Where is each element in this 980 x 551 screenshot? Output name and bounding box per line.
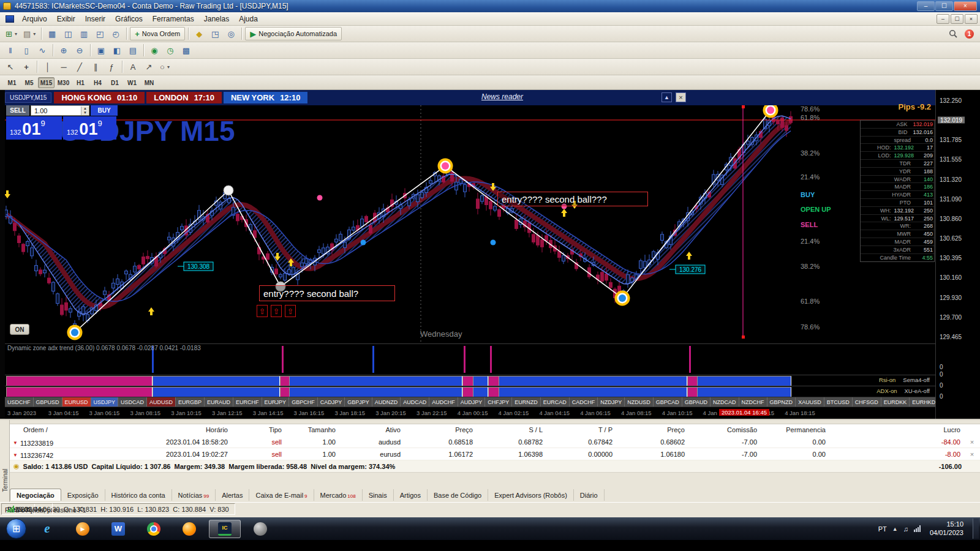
close-news-icon[interactable]: × — [676, 92, 686, 102]
chart-shift-button[interactable]: ◳ — [208, 27, 222, 40]
internet-explorer-taskbar-button[interactable]: e — [31, 520, 63, 538]
timeframe-h4[interactable]: H4 — [89, 77, 106, 88]
trendline-button[interactable]: ╱ — [72, 60, 87, 73]
timeframe-w1[interactable]: W1 — [124, 77, 140, 88]
gimp-taskbar-button[interactable] — [244, 520, 276, 538]
bar-chart-type-button[interactable]: ‖ — [3, 43, 18, 57]
show-desktop-button[interactable] — [973, 519, 979, 539]
chart-tab[interactable]: USDJPY,M15 — [5, 92, 51, 103]
timeframe-mn[interactable]: MN — [141, 77, 157, 88]
new-chart-button[interactable]: ⊞▾ — [3, 27, 20, 40]
tab-negociacao[interactable]: Negociação — [10, 489, 61, 501]
minimize-button[interactable]: – — [917, 1, 935, 11]
tab-caixa-de-e-mail[interactable]: Caixa de E-mail9 — [249, 489, 314, 501]
column-header-lucro[interactable]: Lucro — [829, 424, 964, 436]
buy-button[interactable]: BUY — [91, 105, 118, 116]
word-taskbar-button[interactable]: W — [102, 520, 134, 538]
entry-annotation[interactable]: entry???? second ball??? — [497, 192, 648, 206]
symbol-eurjpy[interactable]: EURJPY — [262, 397, 290, 407]
periods-button[interactable]: ◷ — [163, 43, 178, 57]
shapes-button[interactable]: ○▾ — [157, 60, 172, 73]
symbol-eurchf[interactable]: EURCHF — [233, 397, 262, 407]
symbol-audchf[interactable]: AUDCHF — [429, 397, 458, 407]
symbol-cadjpy[interactable]: CADJPY — [318, 397, 345, 407]
tab-expert-advisors-robos[interactable]: Expert Advisors (Robôs) — [488, 489, 574, 501]
tab-exposicao[interactable]: Exposição — [61, 489, 105, 501]
symbol-nzdjpy[interactable]: NZDJPY — [598, 397, 625, 407]
stamp-arrow-icon[interactable]: ⇧ — [285, 305, 296, 317]
column-header-s-l[interactable]: S / L — [477, 424, 546, 436]
arrange-windows-button[interactable]: ▤ — [126, 43, 140, 57]
metaeditor-button[interactable]: ◆ — [192, 27, 206, 40]
symbol-gbpnzd[interactable]: GBPNZD — [767, 397, 796, 407]
terminal-side-tab[interactable]: Terminal — [0, 420, 10, 502]
tab-noticias[interactable]: Notícias99 — [172, 489, 216, 501]
menu-ajuda[interactable]: Ajuda — [234, 13, 263, 25]
lot-size-input[interactable]: 1.00 ▲▼ — [31, 105, 89, 116]
column-header-tamanho[interactable]: Tamanho — [285, 424, 339, 436]
strategy-tester-button[interactable]: ◴ — [108, 27, 123, 40]
symbol-eurdkk[interactable]: EURDKK — [881, 397, 910, 407]
menu-inserir[interactable]: Inserir — [80, 13, 110, 25]
sell-button[interactable]: SELL — [6, 105, 29, 116]
web-terminal-button[interactable]: ◎ — [224, 27, 238, 40]
mdi-minimize-button[interactable]: – — [937, 14, 949, 24]
volume-icon[interactable]: ♫ — [903, 525, 908, 533]
chrome-taskbar-button[interactable] — [138, 520, 170, 538]
search-button[interactable] — [946, 27, 960, 40]
spin-down-icon[interactable]: ▼ — [81, 111, 89, 115]
column-header-preco[interactable]: Preço — [616, 424, 688, 436]
network-icon[interactable] — [914, 525, 921, 532]
language-indicator[interactable]: PT — [878, 525, 887, 533]
date-axis[interactable]: 3 Jan 20233 Jan 04:153 Jan 06:153 Jan 08… — [5, 407, 935, 419]
indicators-button[interactable]: ◉ — [147, 43, 162, 57]
mdi-restore-button[interactable]: ☐ — [951, 14, 963, 24]
zoom-out-button[interactable]: ⊖ — [72, 43, 87, 57]
tab-mercado[interactable]: Mercado108 — [314, 489, 363, 501]
lot-spinner[interactable]: ▲▼ — [81, 107, 89, 115]
symbol-btcusd[interactable]: BTCUSD — [824, 397, 853, 407]
mdi-close-button[interactable]: × — [965, 14, 978, 24]
symbol-cadchf[interactable]: CADCHF — [570, 397, 598, 407]
timeframe-h1[interactable]: H1 — [72, 77, 89, 88]
tray-expand-icon[interactable]: ▲ — [892, 526, 898, 532]
symbol-nzdchf[interactable]: NZDCHF — [739, 397, 767, 407]
symbol-gbpusd[interactable]: GBPUSD — [34, 397, 62, 407]
firefox-taskbar-button[interactable] — [173, 520, 205, 538]
close-order-button[interactable]: × — [964, 448, 980, 460]
on-toggle-button[interactable]: ON — [10, 324, 29, 335]
spin-up-icon[interactable]: ▲ — [81, 107, 89, 111]
menu-ferramentas[interactable]: Ferramentas — [148, 13, 199, 25]
menu-exibir[interactable]: Exibir — [52, 13, 80, 25]
symbol-usdchf[interactable]: USDCHF — [5, 397, 34, 407]
data-window-button[interactable]: ◫ — [61, 27, 75, 40]
column-header-comissao[interactable]: Comissão — [688, 424, 761, 436]
column-header-horario[interactable]: Horário — [102, 424, 232, 436]
stamp-arrow-icon[interactable]: ⇧ — [271, 305, 282, 317]
autotrading-button[interactable]: ▶Negociação Automatizada — [245, 27, 342, 40]
symbol-audcad[interactable]: AUDCAD — [401, 397, 429, 407]
symbol-usdcad[interactable]: USDCAD — [118, 397, 147, 407]
price-chart-canvas[interactable]: USDJPY M15130.308130.27678.6%61.8%38.2%2… — [5, 105, 935, 343]
symbol-nzdusd[interactable]: NZDUSD — [625, 397, 654, 407]
metatrader4-taskbar-button[interactable]: IC — [209, 520, 241, 538]
arrows-tool-button[interactable]: ↗ — [141, 60, 156, 73]
symbol-xauusd[interactable]: XAUUSD — [796, 397, 824, 407]
menu-janelas[interactable]: Janelas — [199, 13, 234, 25]
news-reader-link[interactable]: News reader — [481, 92, 523, 101]
symbol-audusd[interactable]: AUDUSD — [147, 397, 176, 407]
tile-windows-button[interactable]: ▣ — [94, 43, 108, 57]
timeframe-m30[interactable]: M30 — [55, 77, 72, 88]
market-watch-button[interactable]: ▦ — [45, 27, 59, 40]
fibonacci-button[interactable]: ƒ — [104, 60, 119, 73]
candle-chart-type-button[interactable]: ▯ — [19, 43, 34, 57]
close-button[interactable]: × — [954, 1, 977, 11]
start-button[interactable]: ⊞ — [6, 519, 26, 539]
profiles-button[interactable]: ▤▾ — [21, 27, 38, 40]
horizontal-line-button[interactable]: ─ — [56, 60, 71, 73]
cursor-button[interactable]: ↖ — [3, 60, 18, 73]
symbol-eurcad[interactable]: EURCAD — [541, 397, 570, 407]
timeframe-m5[interactable]: M5 — [21, 77, 37, 88]
entry-annotation[interactable]: entry???? second ball? — [259, 285, 395, 301]
clock[interactable]: 15:10 04/01/2023 — [930, 520, 963, 536]
